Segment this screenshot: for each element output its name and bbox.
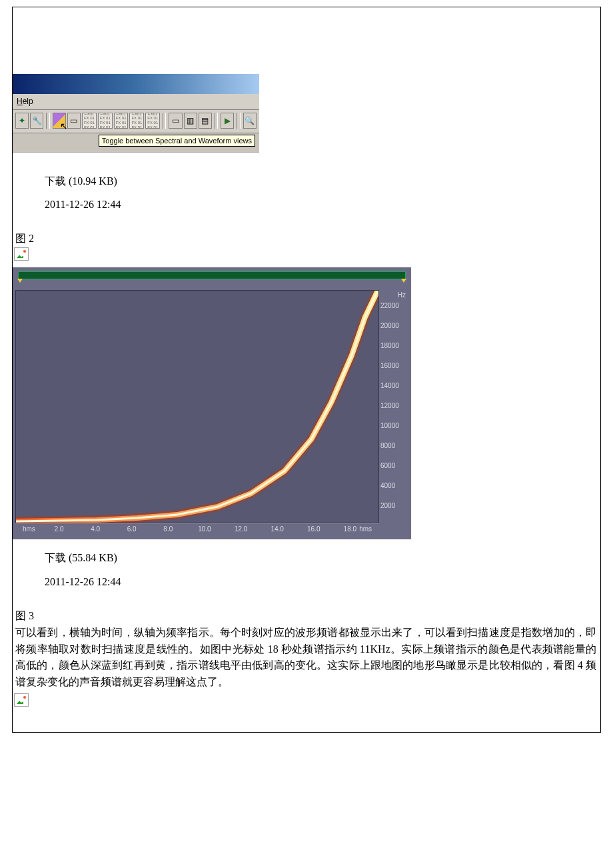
- download-link[interactable]: 下载 (55.84 KB): [45, 546, 600, 569]
- y-tick: 10000: [380, 422, 399, 429]
- check-icon: ▭: [70, 117, 77, 125]
- fx-preset-button-3[interactable]: FX01 FX 01 FX 01 FX 01: [114, 113, 129, 129]
- x-tick: 12.0: [235, 525, 247, 533]
- y-tick: 14000: [380, 382, 399, 389]
- zoom-button[interactable]: 🔍: [243, 113, 257, 129]
- broken-image-icon: [14, 693, 29, 707]
- spectrogram-y-axis: Hz 22000 20000 18000 16000 14000 12000 1…: [379, 290, 408, 523]
- toggle-spectral-waveform-button[interactable]: ↖: [53, 113, 66, 129]
- x-tick: 10.0: [198, 525, 211, 533]
- x-tick: 4.0: [91, 525, 100, 533]
- tooltip: Toggle between Spectral and Waveform vie…: [99, 135, 255, 147]
- x-tick: 16.0: [307, 525, 320, 533]
- panel-button-1[interactable]: ▭: [169, 113, 182, 129]
- toolbar-separator: [237, 113, 240, 129]
- content: Help ✦ 🔧 ↖ ▭ FX01 FX 01 FX 01 FX 01 FX01…: [13, 74, 600, 732]
- hz-label: Hz: [398, 291, 406, 299]
- spectrogram-x-axis: hms 2.0 4.0 6.0 8.0 10.0 12.0 14.0 16.0 …: [13, 523, 411, 539]
- play-button[interactable]: ▶: [221, 113, 234, 129]
- y-tick: 22000: [380, 302, 399, 309]
- spectrogram-body: Hz 22000 20000 18000 16000 14000 12000 1…: [13, 287, 411, 523]
- fx-label: FX01 FX 01 FX 01 FX 01: [115, 113, 128, 129]
- timestamp: 2011-12-26 12:44: [45, 193, 600, 216]
- tool-button-2[interactable]: 🔧: [30, 113, 43, 129]
- y-tick: 6000: [380, 462, 395, 469]
- window-icon: ▥: [187, 117, 194, 125]
- page-frame: Help ✦ 🔧 ↖ ▭ FX01 FX 01 FX 01 FX 01 FX01…: [12, 7, 601, 733]
- y-tick: 2000: [380, 502, 395, 509]
- toolbar-separator: [215, 113, 218, 129]
- fx-preset-button-5[interactable]: FX01 FX 01 FX 01 FX 01: [145, 113, 160, 129]
- fx-label: FX01 FX 01 FX 01 FX 01: [146, 113, 159, 129]
- x-axis-inner: hms 2.0 4.0 6.0 8.0 10.0 12.0 14.0 16.0 …: [15, 523, 379, 535]
- toolbar-separator: [46, 113, 49, 129]
- figure-label-3: 图 3: [13, 593, 600, 623]
- blank-strip: [13, 152, 259, 163]
- fx-label: FX01 FX 01 FX 01 FX 01: [83, 113, 96, 129]
- x-axis-spacer: [379, 523, 408, 535]
- window-titlebar: [13, 74, 259, 94]
- caption-fig3: 下载 (55.84 KB) 2011-12-26 12:44: [13, 539, 600, 593]
- x-tick: 14.0: [271, 525, 283, 533]
- spectrogram-plot[interactable]: [15, 290, 379, 523]
- panel-button-2[interactable]: ▥: [184, 113, 197, 129]
- caption-fig2: 下载 (10.94 KB) 2011-12-26 12:44: [13, 163, 600, 216]
- x-tick: 6.0: [127, 525, 137, 533]
- wrench-icon: 🔧: [32, 117, 42, 125]
- sweep-curve: [16, 291, 378, 523]
- x-tick: 8.0: [163, 525, 173, 533]
- menu-help-hotkey[interactable]: H: [17, 97, 23, 106]
- figure-label-2: 图 2: [13, 216, 600, 246]
- y-tick: 8000: [380, 442, 395, 449]
- fx-label: FX01 FX 01 FX 01 FX 01: [99, 113, 112, 129]
- y-tick: 18000: [380, 342, 399, 349]
- window-icon: ▭: [172, 117, 179, 125]
- overview-range[interactable]: [18, 271, 406, 279]
- play-icon: ▶: [225, 117, 231, 125]
- fx-preset-button-2[interactable]: FX01 FX 01 FX 01 FX 01: [98, 113, 113, 129]
- y-tick: 12000: [380, 402, 399, 409]
- panel-button-3[interactable]: ▤: [199, 113, 212, 129]
- fx-label: FX01 FX 01 FX 01 FX 01: [130, 113, 143, 129]
- download-link[interactable]: 下载 (10.94 KB): [45, 169, 600, 193]
- fx-preset-button-1[interactable]: FX01 FX 01 FX 01 FX 01: [82, 113, 97, 129]
- tool-button-1[interactable]: ✦: [15, 113, 29, 129]
- toolbar-screenshot: Help ✦ 🔧 ↖ ▭ FX01 FX 01 FX 01 FX 01 FX01…: [13, 74, 259, 163]
- spectrogram-screenshot: Hz 22000 20000 18000 16000 14000 12000 1…: [13, 267, 411, 539]
- toolbar-separator: [163, 113, 166, 129]
- y-tick: 20000: [380, 322, 399, 329]
- broken-image-icon: [14, 247, 29, 261]
- x-tick: 18.0: [344, 525, 356, 533]
- y-tick: 4000: [380, 482, 395, 489]
- menu-bar: Help: [13, 94, 259, 110]
- x-tick: 2.0: [55, 525, 64, 533]
- window-icon: ▤: [201, 117, 209, 125]
- menu-help-rest[interactable]: elp: [23, 97, 33, 106]
- x-right-label: hms: [359, 525, 372, 533]
- spectrogram-overview-bar: [13, 267, 411, 287]
- fx-preset-button-4[interactable]: FX01 FX 01 FX 01 FX 01: [129, 113, 144, 129]
- x-left-label: hms: [23, 525, 35, 533]
- status-strip: Toggle between Spectral and Waveform vie…: [13, 133, 259, 152]
- body-paragraph: 可以看到，横轴为时间，纵轴为频率指示。每个时刻对应的波形频谱都被显示出来了，可以…: [13, 623, 600, 691]
- timestamp: 2011-12-26 12:44: [45, 570, 600, 593]
- tool-button-check[interactable]: ▭: [67, 113, 81, 129]
- magnifier-icon: 🔍: [245, 117, 255, 125]
- tree-icon: ✦: [19, 117, 25, 125]
- toolbar-row: ✦ 🔧 ↖ ▭ FX01 FX 01 FX 01 FX 01 FX01 FX 0…: [13, 110, 259, 133]
- y-tick: 16000: [380, 362, 399, 369]
